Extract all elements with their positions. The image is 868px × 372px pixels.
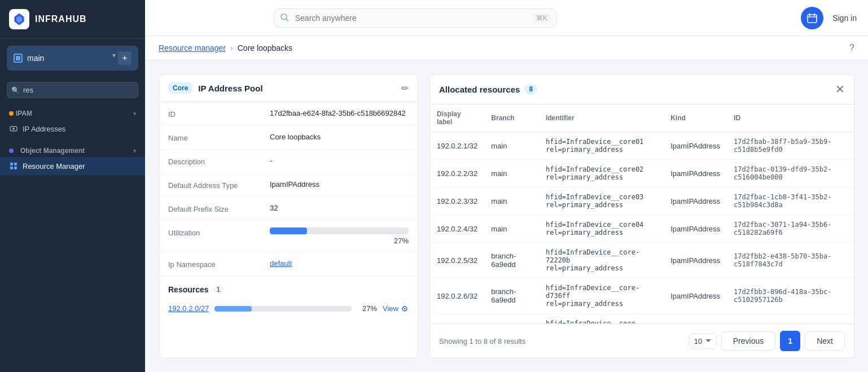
table-row: 192.0.2.7/32 branch-6a9edd hfid=InfraDev…: [430, 314, 854, 324]
cell-branch: main: [484, 215, 539, 243]
detail-label-namespace: Ip Namespace: [168, 259, 270, 269]
cell-display-label: 192.0.2.6/32: [430, 278, 484, 314]
resource-item: 192.0.2.0/27 27% View: [168, 301, 409, 316]
svg-rect-7: [14, 167, 17, 169]
col-kind: Kind: [664, 104, 727, 132]
detail-value-namespace[interactable]: default: [270, 259, 409, 268]
col-display-label: Displaylabel: [430, 104, 484, 132]
per-page-select[interactable]: 10 25 50: [689, 334, 717, 349]
cell-kind: IpamIPAddress: [664, 132, 727, 160]
sidebar-search-input[interactable]: [7, 82, 138, 98]
detail-value-prefix-size: 32: [270, 204, 409, 212]
sidebar-item-ip-addresses[interactable]: IP Addresses: [0, 120, 145, 138]
sidebar-section-object-management: Object Management ▾ Resource Manager: [0, 140, 145, 177]
calendar-button[interactable]: [801, 7, 823, 29]
branch-name: main: [14, 54, 44, 63]
cell-display-label: 192.0.2.5/32: [430, 243, 484, 278]
table-row: 192.0.2.3/32 main hfid=InfraDevice__core…: [430, 187, 854, 215]
breadcrumb-current: Core loopbacks: [238, 43, 292, 52]
breadcrumb-separator: ›: [230, 43, 233, 52]
svg-rect-5: [14, 163, 17, 165]
allocated-resources-panel: Allocated resources 8 ✕ Displaylabel Bra…: [429, 74, 854, 358]
sidebar-section-ipam: IPAM ▾ IP Addresses: [0, 103, 145, 140]
table-row: 192.0.2.4/32 main hfid=InfraDevice__core…: [430, 215, 854, 243]
next-button[interactable]: Next: [805, 331, 845, 351]
allocated-panel-title: Allocated resources: [439, 85, 520, 94]
add-branch-button[interactable]: +: [118, 51, 131, 65]
cell-id: 17d2fbab-38f7-b5a9-35b9-c51d8b5e9fd0: [727, 132, 854, 160]
resources-count-badge: 1: [213, 285, 224, 294]
svg-line-9: [286, 19, 288, 21]
cell-kind: IpamIPAddress: [664, 314, 727, 324]
cell-display-label: 192.0.2.7/32: [430, 314, 484, 324]
table-footer: Showing 1 to 8 of 8 results 10 25 50 Pre…: [430, 323, 854, 358]
resource-bar-fill: [214, 306, 252, 312]
detail-label-address-type: Default Address Type: [168, 180, 270, 190]
object-management-chevron-icon: ▾: [133, 148, 136, 154]
global-search-input[interactable]: [274, 8, 556, 28]
resources-label: Resources: [168, 285, 209, 294]
sidebar-section-ipam-label: IPAM: [16, 110, 32, 117]
page-number: 1: [780, 331, 800, 351]
cell-branch: branch-6a9edd: [484, 314, 539, 324]
svg-point-3: [12, 128, 15, 130]
close-panel-button[interactable]: ✕: [835, 82, 845, 96]
cell-branch: branch-6a9edd: [484, 278, 539, 314]
cell-branch: main: [484, 160, 539, 187]
detail-label-prefix-size: Default Prefix Size: [168, 204, 270, 213]
search-shortcut: ⌘K: [533, 13, 551, 23]
cell-identifier: hfid=InfraDevice__core02rel=primary_addr…: [539, 160, 664, 187]
sidebar-section-object-management-header[interactable]: Object Management ▾: [0, 142, 145, 157]
ipam-chevron-icon: ▾: [133, 111, 136, 117]
cell-id: 17d2fbb3-896d-418a-35bc-c5102957126b: [727, 278, 854, 314]
resource-bar: [214, 306, 352, 312]
detail-value-id: 17d2fbaa-e624-8fa2-35b6-c518b6692842: [270, 109, 409, 117]
resources-section: Resources 1 192.0.2.0/27 27% View: [159, 276, 418, 325]
detail-row-id: ID 17d2fbaa-e624-8fa2-35b6-c518b6692842: [159, 102, 418, 126]
col-id: ID: [727, 104, 854, 132]
detail-label-name: Name: [168, 133, 270, 142]
detail-row-name: Name Core loopbacks: [159, 126, 418, 150]
branch-selector[interactable]: main ▾ +: [7, 46, 138, 71]
cell-id: 17d2fbb2-e438-5b70-35ba-c518f7843c7d: [727, 243, 854, 278]
allocated-resources-table: Displaylabel Branch Identifier Kind ID 1…: [430, 104, 854, 323]
edit-icon[interactable]: ✏: [401, 83, 409, 94]
allocated-count-badge: 8: [524, 84, 537, 94]
search-bar-wrap: ⌘K: [274, 8, 556, 28]
resource-link[interactable]: 192.0.2.0/27: [168, 304, 209, 313]
cell-kind: IpamIPAddress: [664, 243, 727, 278]
cell-identifier: hfid=InfraDevice__core03rel=primary_addr…: [539, 187, 664, 215]
sidebar-section-object-management-label: Object Management: [20, 147, 85, 155]
ip-addresses-icon: [9, 124, 18, 133]
utilization-fill: [270, 227, 307, 234]
search-icon: [280, 12, 289, 23]
cell-identifier: hfid=InfraDevice__core-d736ffrel=primary…: [539, 278, 664, 314]
sidebar-section-ipam-header[interactable]: IPAM ▾: [0, 105, 145, 120]
detail-value-description: -: [270, 156, 409, 165]
breadcrumb-parent[interactable]: Resource manager: [159, 43, 226, 52]
previous-button[interactable]: Previous: [721, 331, 775, 351]
detail-row-description: Description -: [159, 150, 418, 173]
resource-manager-icon: [9, 161, 18, 170]
branch-chevron-icon: ▾: [112, 51, 116, 65]
cell-branch: main: [484, 187, 539, 215]
main-content: ⌘K Sign in Resource manager › Core loopb…: [145, 0, 868, 372]
cell-identifier: hfid=InfraDevice__core01rel=primary_addr…: [539, 132, 664, 160]
cell-kind: IpamIPAddress: [664, 187, 727, 215]
logo-text: INFRAHUB: [35, 14, 87, 24]
cell-display-label: 192.0.2.3/32: [430, 187, 484, 215]
detail-panel: Core IP Address Pool ✏ ID 17d2fbaa-e624-…: [159, 74, 418, 358]
table-row: 192.0.2.2/32 main hfid=InfraDevice__core…: [430, 160, 854, 187]
view-button[interactable]: View: [383, 304, 409, 313]
help-button[interactable]: ?: [849, 43, 854, 53]
table-row: 192.0.2.1/32 main hfid=InfraDevice__core…: [430, 132, 854, 160]
pool-title: IP Address Pool: [198, 84, 262, 93]
utilization-pct: 27%: [270, 237, 409, 245]
cell-display-label: 192.0.2.1/32: [430, 132, 484, 160]
sidebar: INFRAHUB main ▾ + 🔍 IPAM ▾: [0, 0, 145, 372]
utilization-bg: [270, 227, 409, 234]
sign-in-button[interactable]: Sign in: [832, 14, 857, 23]
cell-display-label: 192.0.2.2/32: [430, 160, 484, 187]
sidebar-item-resource-manager[interactable]: Resource Manager: [0, 157, 145, 175]
utilization-bar: 27%: [270, 227, 409, 245]
